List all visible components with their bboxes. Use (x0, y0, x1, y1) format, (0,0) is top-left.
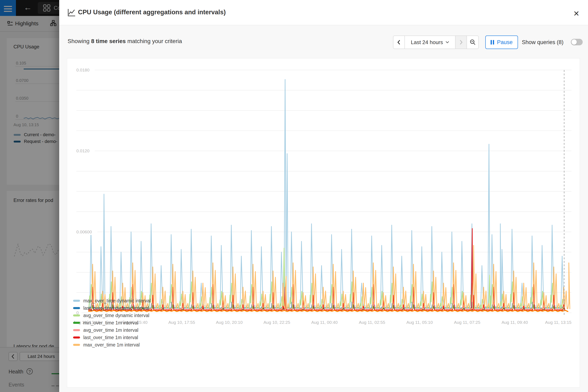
x-tick-label: Aug 10, 20:10 (216, 320, 243, 324)
legend-swatch (73, 307, 80, 309)
legend-item[interactable]: last_over_time dynamic interval (73, 304, 151, 312)
legend-label: max_over_time 1m interval (83, 342, 140, 348)
legend-swatch (73, 329, 80, 331)
y-tick-label: 0.0120 (76, 148, 90, 153)
y-tick-label: 0.0180 (76, 68, 90, 72)
legend-swatch (73, 300, 80, 302)
x-tick-label: Aug 11, 02:55 (359, 320, 385, 324)
x-tick-label: Aug 11, 07:25 (454, 320, 480, 324)
x-tick-label: Aug 11, 09:40 (502, 320, 528, 324)
pause-button[interactable]: Pause (485, 36, 518, 49)
chart-legend: max_over_time dynamic intervallast_over_… (73, 297, 151, 348)
show-queries-label: Show queries (8) (522, 36, 564, 49)
legend-item[interactable]: last_over_time 1m interval (73, 334, 151, 341)
legend-item[interactable]: max_over_time 1m interval (73, 341, 151, 348)
timeframe-previous-button[interactable] (394, 36, 405, 48)
legend-label: min_over_time 1m interval (83, 320, 138, 326)
legend-label: last_over_time dynamic interval (83, 306, 149, 311)
timeframe-dropdown[interactable]: Last 24 hours (405, 36, 456, 48)
modal-header: CPU Usage (different aggregations and in… (59, 0, 588, 25)
x-tick-label: Aug 10, 22:25 (264, 320, 290, 324)
chevron-left-icon (397, 40, 401, 45)
legend-swatch (73, 314, 80, 316)
legend-label: avg_over_time dynamic interval (83, 313, 149, 318)
pause-label: Pause (497, 39, 513, 46)
x-tick-label: Aug 11, 00:40 (311, 320, 338, 324)
timeframe-control-group: Last 24 hours (393, 36, 479, 49)
timeframe-next-button[interactable] (456, 36, 467, 48)
cpu-usage-modal: CPU Usage (different aggregations and in… (59, 0, 588, 392)
x-tick-label: Aug 11, 13:15 (545, 320, 572, 324)
timeframe-value: Last 24 hours (411, 39, 443, 46)
legend-item[interactable]: max_over_time dynamic interval (73, 297, 151, 304)
close-icon[interactable]: ✕ (573, 10, 580, 18)
show-queries-toggle[interactable] (571, 39, 583, 45)
series-unlabeled-orange-baseline (88, 310, 568, 311)
series-summary: Showing 8 time series matching your crit… (68, 38, 182, 44)
screen: ← Co Highlights (0, 0, 588, 392)
y-tick-label: 0.00600 (76, 230, 92, 234)
legend-swatch (73, 344, 80, 346)
legend-item[interactable]: min_over_time 1m interval (73, 319, 151, 326)
line-chart-icon (67, 8, 76, 17)
legend-label: last_over_time 1m interval (83, 335, 138, 340)
chevron-right-icon (459, 40, 463, 45)
legend-item[interactable]: avg_over_time 1m interval (73, 326, 151, 334)
modal-title: CPU Usage (different aggregations and in… (78, 8, 226, 16)
legend-item[interactable]: avg_over_time dynamic interval (73, 312, 151, 319)
legend-label: avg_over_time 1m interval (83, 328, 138, 333)
legend-swatch (73, 322, 80, 324)
legend-swatch (73, 336, 80, 338)
zoom-out-icon (470, 39, 476, 45)
pause-icon (490, 40, 494, 44)
toggle-knob (572, 40, 577, 45)
x-tick-label: Aug 10, 17:55 (168, 320, 195, 324)
x-tick-label: Aug 11, 05:10 (406, 320, 433, 324)
zoom-out-button[interactable] (467, 36, 478, 48)
legend-label: max_over_time dynamic interval (83, 298, 151, 304)
chevron-down-icon (446, 41, 449, 44)
modal-body: Showing 8 time series matching your crit… (59, 25, 588, 392)
